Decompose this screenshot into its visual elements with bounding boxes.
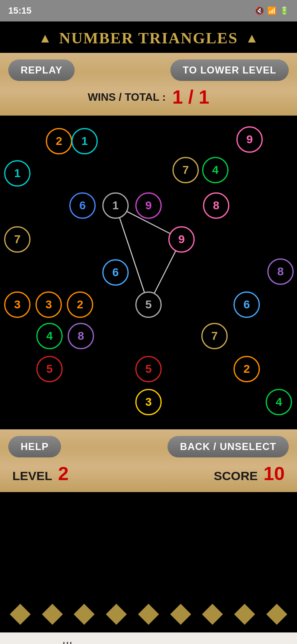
connection-lines (0, 116, 297, 429)
top-panel: REPLAY TO LOWER LEVEL WINS / TOTAL : 1 /… (0, 53, 297, 116)
number-circle-c5[interactable]: 7 (172, 157, 199, 183)
replay-button[interactable]: REPLAY (8, 59, 75, 81)
diamond-icon-2 (42, 604, 63, 625)
number-circle-c18[interactable]: 5 (135, 291, 162, 318)
number-circle-c27[interactable]: 4 (266, 389, 292, 415)
number-circle-c9[interactable]: 9 (135, 192, 162, 219)
number-circle-c12[interactable]: 9 (168, 226, 195, 253)
number-circle-c22[interactable]: 7 (201, 323, 228, 349)
diamond-icon-3 (74, 604, 95, 625)
left-triangle-icon: ▲ (39, 31, 52, 46)
lower-level-button[interactable]: TO LOWER LEVEL (170, 59, 289, 81)
diamond-row (0, 607, 297, 622)
wifi-icon: 📶 (267, 6, 276, 15)
score-item: SCORE 10 (214, 462, 285, 485)
nav-prev-button[interactable]: ‹ (230, 639, 235, 644)
number-circle-c21[interactable]: 8 (68, 323, 94, 349)
nav-home-button[interactable]: ○ (147, 639, 155, 644)
wins-value: 1 / 1 (172, 86, 210, 108)
bottom-panel: HELP BACK / UNSELECT LEVEL 2 SCORE 10 (0, 429, 297, 492)
score-value: 10 (264, 462, 285, 485)
number-circle-c8[interactable]: 1 (102, 192, 129, 219)
wins-row: WINS / TOTAL : 1 / 1 (8, 86, 289, 108)
bottom-button-row: HELP BACK / UNSELECT (8, 436, 289, 457)
number-circle-c10[interactable]: 8 (203, 192, 229, 219)
diamond-icon-9 (266, 604, 288, 625)
network-icon: 🔇 (255, 6, 264, 15)
status-icons: 🔇 📶 🔋 (255, 6, 289, 15)
diamond-icon-5 (138, 604, 159, 625)
number-circle-c13[interactable]: 8 (267, 258, 294, 285)
app-header: ▲ NUMBER TRIANGLES ▲ (0, 21, 297, 53)
level-label: LEVEL (12, 469, 52, 483)
nav-bar: ||| ○ ‹ (0, 632, 297, 644)
top-button-row: REPLAY TO LOWER LEVEL (8, 59, 289, 81)
diamond-icon-8 (234, 604, 255, 625)
number-circle-c23[interactable]: 5 (36, 356, 63, 382)
bottom-area (0, 492, 297, 632)
score-row: LEVEL 2 SCORE 10 (8, 462, 289, 485)
number-circle-c4[interactable]: 1 (4, 160, 31, 187)
number-circle-c24[interactable]: 5 (135, 356, 162, 382)
right-triangle-icon: ▲ (245, 31, 259, 46)
back-unselect-button[interactable]: BACK / UNSELECT (167, 436, 289, 457)
number-circle-c11[interactable]: 7 (4, 226, 31, 253)
number-circle-c17[interactable]: 2 (67, 291, 93, 318)
svg-line-2 (116, 206, 148, 305)
diamond-icon-6 (170, 604, 191, 625)
battery-icon: 🔋 (280, 6, 289, 15)
number-circle-c19[interactable]: 6 (233, 291, 260, 318)
diamond-icon-1 (9, 604, 31, 625)
level-item: LEVEL 2 (12, 462, 68, 485)
wins-label: WINS / TOTAL : (88, 91, 166, 104)
number-circle-c26[interactable]: 3 (135, 389, 162, 415)
number-circle-c25[interactable]: 2 (233, 356, 260, 382)
number-circle-c2[interactable]: 1 (71, 128, 98, 154)
level-value: 2 (58, 462, 69, 485)
diamond-icon-4 (106, 604, 127, 625)
help-button[interactable]: HELP (8, 436, 61, 457)
number-circle-c3[interactable]: 9 (236, 126, 263, 153)
score-label: SCORE (214, 469, 258, 483)
number-circle-c1[interactable]: 2 (46, 128, 72, 154)
number-circle-c20[interactable]: 4 (36, 323, 63, 349)
diamond-icon-7 (202, 604, 223, 625)
nav-back-button[interactable]: ||| (62, 639, 73, 644)
number-circle-c16[interactable]: 3 (35, 291, 62, 318)
game-area[interactable]: 219174619879863325648755234 (0, 116, 297, 429)
app-title: NUMBER TRIANGLES (59, 29, 238, 47)
number-circle-c7[interactable]: 6 (69, 192, 96, 219)
status-bar: 15:15 🔇 📶 🔋 (0, 0, 297, 21)
number-circle-c14[interactable]: 6 (102, 259, 129, 286)
number-circle-c15[interactable]: 3 (4, 291, 31, 318)
number-circle-c6[interactable]: 4 (202, 157, 229, 183)
status-time: 15:15 (8, 5, 31, 16)
